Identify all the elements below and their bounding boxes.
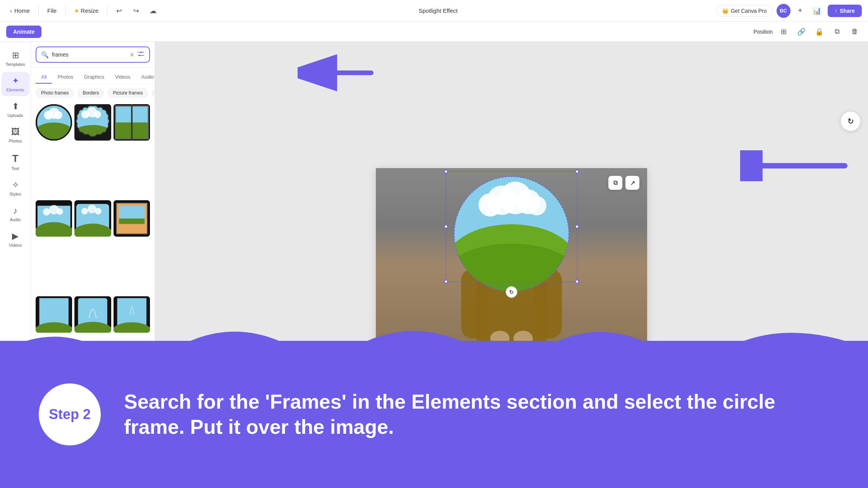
frame-item-portrait2[interactable]	[74, 296, 111, 333]
frame-item-photo-border[interactable]	[114, 200, 150, 237]
main-layout: ⊞ Templates ✦ Elements ⬆ Uploads 🖼 Photo…	[0, 42, 868, 488]
plus-button[interactable]: +	[794, 4, 806, 17]
tab-audio[interactable]: Audio	[136, 71, 155, 84]
sidebar-item-elements[interactable]: ✦ Elements	[2, 72, 29, 96]
styles-icon: ✧	[12, 180, 19, 190]
purple-arrow-canvas	[740, 150, 849, 183]
frame-item-sky3-colored[interactable]	[114, 392, 150, 428]
position-button[interactable]: Position	[753, 29, 773, 35]
svg-rect-53	[38, 414, 71, 427]
sidebar-item-label: Photos	[9, 139, 22, 143]
trash-button[interactable]: 🗑	[848, 25, 862, 39]
canvas-toolbar: ⧉ ↗	[608, 176, 639, 190]
search-icon: 🔍	[41, 51, 49, 58]
frame-item-landscape2[interactable]	[74, 200, 111, 237]
tag-picture-frames[interactable]: Picture frames	[107, 88, 148, 98]
tag-borders[interactable]: Borders	[77, 88, 104, 98]
duplicate-button[interactable]: ⧉	[608, 176, 622, 190]
svg-point-10	[36, 122, 72, 141]
svg-rect-65	[116, 395, 147, 415]
secondary-right: Position ⊞ 🔗 🔒 ⧉ 🗑	[753, 25, 862, 39]
frame-item-circle1[interactable]	[36, 104, 72, 141]
category-tags: Photo frames Borders Picture frames ›	[31, 84, 155, 102]
file-button[interactable]: File	[43, 5, 60, 16]
sidebar-item-label: Styles	[10, 192, 21, 196]
sidebar: ⊞ Templates ✦ Elements ⬆ Uploads 🖼 Photo…	[0, 42, 31, 488]
svg-point-34	[81, 208, 88, 215]
tab-graphics[interactable]: Graphics	[79, 71, 110, 84]
link-button[interactable]: 🔗	[794, 25, 808, 39]
purple-arrow-search	[298, 53, 375, 94]
templates-icon: ⊞	[12, 50, 19, 60]
frame-item-sky2[interactable]	[74, 392, 111, 428]
undo-button[interactable]: ↩	[112, 4, 126, 18]
crown-icon: 👑	[722, 8, 728, 14]
search-clear-button[interactable]: ✕	[129, 51, 134, 58]
svg-rect-40	[119, 218, 145, 224]
sidebar-item-styles[interactable]: ✧ Styles	[2, 176, 29, 200]
tag-photo-frames[interactable]: Photo frames	[36, 88, 74, 98]
frame-item-portrait3[interactable]	[114, 296, 150, 333]
svg-point-75	[513, 331, 533, 346]
svg-rect-24	[131, 104, 133, 141]
svg-point-62	[94, 399, 100, 405]
sidebar-item-uploads[interactable]: ⬆ Uploads	[2, 98, 29, 122]
frame-item-portrait1[interactable]	[36, 296, 72, 333]
svg-point-28	[43, 208, 50, 216]
topbar-right: 👑 Get Canva Pro BC + 📊 ↑ Share	[716, 4, 862, 18]
canvas-page: ↻ + Add notes ⧉ ↗	[376, 168, 647, 362]
home-label: Home	[14, 7, 30, 14]
get-pro-button[interactable]: 👑 Get Canva Pro	[716, 5, 773, 17]
animate-button[interactable]: Animate	[6, 26, 41, 38]
svg-rect-68	[148, 393, 149, 428]
resize-button[interactable]: ★ Resize	[70, 5, 102, 17]
svg-point-84	[527, 196, 546, 215]
star-icon: ★	[74, 7, 79, 14]
frame-item-rect1[interactable]	[114, 104, 150, 141]
topbar-left: ‹ Home File ★ Resize ↩ ↪ ☁	[6, 4, 160, 18]
tab-photos[interactable]: Photos	[52, 71, 78, 84]
filter-tabs: All Photos Graphics Videos Audio	[31, 68, 155, 84]
elements-icon: ✦	[12, 76, 19, 86]
topbar-center: Spotlight Effect	[163, 7, 713, 14]
add-notes-bar[interactable]: + Add notes	[376, 345, 647, 362]
sidebar-item-templates[interactable]: ⊞ Templates	[2, 46, 29, 70]
stats-button[interactable]: 📊	[810, 4, 824, 18]
refresh-button[interactable]: ↻	[841, 112, 860, 131]
grid-button[interactable]: ⊞	[777, 25, 790, 39]
sidebar-item-text[interactable]: T Text	[2, 149, 29, 175]
sidebar-item-label: Uploads	[7, 113, 23, 118]
cloud-save-button[interactable]: ☁	[146, 4, 160, 18]
search-input-wrap: 🔍 ✕	[36, 46, 150, 63]
svg-rect-66	[116, 412, 147, 416]
topbar: ‹ Home File ★ Resize ↩ ↪ ☁ Spotlight Eff…	[0, 0, 868, 22]
home-button[interactable]: ‹ Home	[6, 5, 34, 16]
svg-point-30	[57, 208, 63, 215]
audio-icon: ♪	[13, 206, 17, 216]
svg-point-0	[140, 52, 142, 53]
sidebar-item-label: Videos	[9, 243, 22, 247]
divider	[38, 6, 39, 15]
sidebar-item-videos[interactable]: ▶ Videos	[2, 227, 29, 251]
redo-button[interactable]: ↪	[129, 4, 143, 18]
frame-item-sky1[interactable]	[36, 392, 72, 428]
tab-videos[interactable]: Videos	[110, 71, 136, 84]
avatar[interactable]: BC	[777, 4, 790, 18]
share-button[interactable]: ↑ Share	[828, 5, 862, 17]
search-filter-button[interactable]	[138, 50, 145, 59]
frame-item-landscape1[interactable]	[36, 200, 72, 237]
svg-point-74	[490, 331, 510, 346]
tag-more[interactable]: ›	[152, 88, 155, 98]
frame-item-scallop[interactable]	[74, 104, 111, 141]
sidebar-item-photos[interactable]: 🖼 Photos	[2, 123, 29, 147]
sidebar-item-audio[interactable]: ♪ Audio	[2, 202, 29, 226]
expand-button[interactable]: ↗	[625, 176, 639, 190]
photos-icon: 🖼	[11, 127, 20, 137]
layers-button[interactable]: ⧉	[830, 25, 844, 39]
tab-all[interactable]: All	[36, 71, 52, 84]
search-input[interactable]	[52, 52, 126, 58]
chevron-left-icon: ‹	[10, 7, 12, 14]
lock-button[interactable]: 🔒	[812, 25, 826, 39]
svg-point-19	[94, 111, 101, 118]
frames-grid	[31, 102, 155, 488]
